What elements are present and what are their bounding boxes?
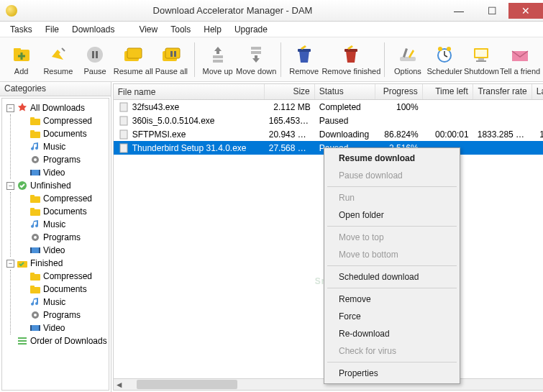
context-menu-separator [327, 186, 457, 187]
tree-node-order-of-downloads[interactable]: Order of Downloads [4, 334, 107, 347]
context-menu-open-folder[interactable]: Open folder [326, 206, 458, 224]
window-title: Download Accelerator Manager - DAM [23, 5, 442, 16]
toolbar-label: Resume [43, 67, 73, 76]
tree-node-video[interactable]: Video [17, 244, 107, 257]
tree-node-documents[interactable]: Documents [17, 205, 107, 218]
menu-file[interactable]: File [40, 23, 65, 36]
tree-node-programs[interactable]: Programs [17, 231, 107, 244]
svg-rect-27 [30, 117, 35, 120]
music-icon [29, 141, 41, 152]
tree-node-programs[interactable]: Programs [17, 309, 107, 322]
toolbar-label: Pause all [155, 67, 188, 76]
minimize-button[interactable]: — [442, 3, 475, 19]
column-header-progress[interactable]: Progress [375, 84, 423, 99]
scroll-thumb[interactable] [137, 380, 237, 389]
cell-progress: 100% [375, 101, 423, 113]
column-header-transfer-rate[interactable]: Transfer rate [473, 84, 532, 99]
close-button[interactable]: ✕ [508, 3, 543, 19]
tree-toggle-icon[interactable]: − [6, 104, 14, 112]
tree-node-unfinished[interactable]: −Unfinished [4, 179, 107, 192]
tree-label: Unfinished [30, 181, 71, 191]
add-icon [11, 44, 32, 65]
video-icon [29, 167, 41, 178]
toolbar-pause-all-button[interactable]: Pause all [153, 40, 190, 80]
tree-node-music[interactable]: Music [17, 296, 107, 309]
svg-point-20 [438, 47, 442, 51]
context-menu-pause-download: Pause download [326, 167, 458, 184]
toolbar-add-button[interactable]: Add [3, 40, 40, 80]
context-menu-scheduled-download[interactable]: Scheduled download [326, 268, 458, 286]
tree-label: Video [43, 168, 65, 178]
maximize-button[interactable]: ☐ [475, 3, 508, 19]
tree-node-music[interactable]: Music [17, 218, 107, 231]
context-menu-resume-download[interactable]: Resume download [326, 150, 458, 167]
tree-node-finished[interactable]: −Finished [4, 257, 107, 270]
svg-rect-16 [344, 49, 357, 52]
file-icon [118, 101, 129, 113]
menu-downloads[interactable]: Downloads [66, 23, 120, 36]
table-header: File nameSizeStatusProgressTime leftTran… [114, 84, 543, 100]
tree-node-documents[interactable]: Documents [17, 127, 107, 140]
table-row[interactable]: SFTPMSI.exe20.943 MBDownloading86.824%00… [114, 127, 543, 141]
scroll-left-arrow[interactable]: ◄ [114, 379, 125, 390]
svg-rect-4 [96, 51, 98, 58]
svg-rect-33 [30, 170, 32, 176]
tree-node-compressed[interactable]: Compressed [17, 270, 107, 283]
svg-point-51 [34, 314, 37, 316]
cell-filename: SFTPMSI.exe [114, 128, 265, 141]
column-header-file-name[interactable]: File name [114, 84, 265, 99]
tree-node-video[interactable]: Video [17, 166, 107, 179]
toolbar-move-down-button[interactable]: Move down [236, 40, 276, 80]
toolbar-pause-button[interactable]: Pause [77, 40, 114, 80]
svg-point-41 [34, 236, 37, 239]
menu-upgrade[interactable]: Upgrade [229, 23, 273, 36]
column-header-time-left[interactable]: Time left [423, 84, 473, 99]
toolbar-resume-all-button[interactable]: Resume all [114, 40, 153, 80]
toolbar-scheduler-button[interactable]: Scheduler [426, 40, 463, 80]
tree-toggle-icon[interactable]: − [6, 182, 14, 190]
order-icon [17, 335, 28, 347]
file-icon [118, 142, 129, 154]
menu-tasks[interactable]: Tasks [4, 23, 38, 36]
cell-filename: Thunderbird Setup 31.4.0.exe [114, 142, 265, 155]
tree-node-compressed[interactable]: Compressed [17, 114, 107, 127]
toolbar-shutdown-button[interactable]: Shutdown [463, 40, 500, 80]
column-header-status[interactable]: Status [315, 84, 375, 99]
tree-node-music[interactable]: Music [17, 140, 107, 153]
table-row[interactable]: 360is_5.0.0.5104.exe165.453 MBPaused [114, 114, 543, 127]
toolbar-remove-button[interactable]: Remove [286, 40, 322, 80]
cell-size: 2.112 MB [265, 101, 315, 113]
category-tree[interactable]: −All DownloadsCompressedDocumentsMusicPr… [1, 98, 109, 391]
toolbar-remove-finished-button[interactable]: Remove finished [322, 40, 380, 80]
svg-rect-54 [39, 325, 40, 331]
context-menu-properties[interactable]: Properties [326, 365, 458, 382]
folder-icon [29, 270, 41, 282]
tree-node-video[interactable]: Video [17, 322, 107, 334]
svg-rect-29 [30, 130, 35, 133]
cell-lasttry [532, 120, 543, 122]
toolbar-tell-friend-button[interactable]: Tell a friend [500, 40, 540, 80]
tree-label: Documents [43, 206, 87, 216]
toolbar-resume-button[interactable]: Resume [40, 40, 76, 80]
gear-icon [29, 309, 41, 321]
table-row[interactable]: 32fsu43.exe2.112 MBCompleted100% [114, 100, 543, 114]
tree-node-documents[interactable]: Documents [17, 283, 107, 296]
context-menu-force[interactable]: Force [326, 308, 458, 325]
scheduler-icon [434, 44, 455, 65]
menu-help[interactable]: Help [198, 23, 227, 36]
tree-node-compressed[interactable]: Compressed [17, 192, 107, 205]
tree-node-programs[interactable]: Programs [17, 153, 107, 166]
toolbar-move-up-button[interactable]: Move up [199, 40, 236, 80]
context-menu-re-download[interactable]: Re-download [326, 325, 458, 342]
svg-rect-60 [120, 130, 127, 139]
tree-label: Video [43, 245, 65, 255]
toolbar-options-button[interactable]: Options [389, 40, 426, 80]
context-menu-remove[interactable]: Remove [326, 291, 458, 308]
tree-node-all-downloads[interactable]: −All Downloads [4, 101, 107, 114]
column-header-size[interactable]: Size [265, 84, 315, 99]
menu-view[interactable]: View [133, 23, 163, 36]
column-header-last-try[interactable]: Last try [532, 84, 543, 99]
toolbar-label: Pause [84, 67, 106, 76]
tree-toggle-icon[interactable]: − [6, 260, 14, 268]
menu-tools[interactable]: Tools [165, 23, 196, 36]
